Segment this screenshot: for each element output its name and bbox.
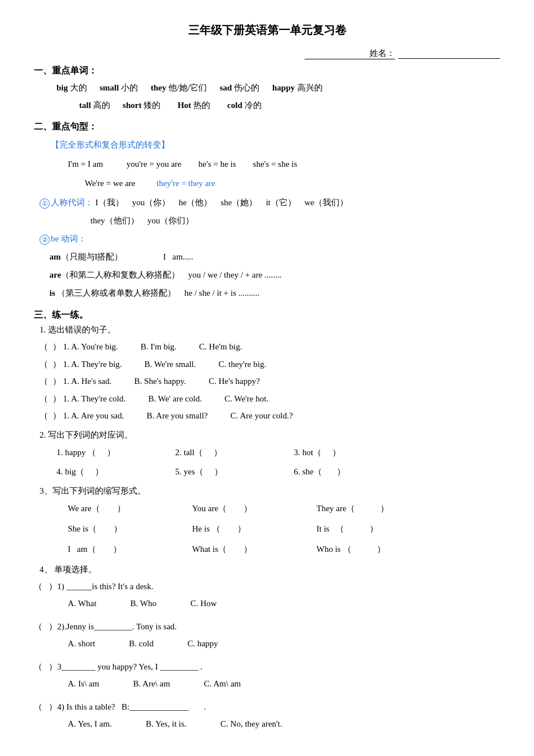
paren5: （ ）: [40, 408, 61, 424]
q4-q4-a: A. Yes, I am.: [68, 716, 112, 732]
vocab-they: they 他/她/它们: [151, 83, 207, 92]
section2-title: 二、重点句型：: [34, 121, 500, 133]
q1-row2: （ ） 1. A. They're big. B. We're small. C…: [40, 356, 500, 373]
contractions-row1: I'm = I am you're = you are he's = he is…: [68, 155, 500, 172]
q3-youare: You are（ ）: [192, 500, 316, 517]
be-title: ②be 动词：: [40, 230, 500, 247]
paren2: （ ）: [40, 356, 61, 373]
vocab-row1: big 大的 small 小的 they 他/她/它们 sad 伤心的 happ…: [57, 80, 500, 96]
section1-title: 一、重点单词：: [34, 65, 500, 77]
q1r4-b: B. We' are cold.: [148, 391, 202, 407]
q2-row2: 4. big（ ） 5. yes（ ） 6. she（ ）: [57, 463, 500, 480]
q3-whois: Who is （ ）: [316, 541, 441, 558]
q4-q2: （ ）2).Jenny is_________. Tony is sad.: [34, 619, 500, 635]
q4-q1-a: A. What: [68, 595, 97, 612]
pronouns-line: ①人称代词： I（我） you（你） he（他） she（她） it（它） we…: [40, 194, 500, 211]
vocab-big: big 大的: [57, 83, 87, 92]
q4-q2-c: C. happy: [188, 636, 218, 652]
q1r5-a: 1. A. Are you sad.: [63, 408, 124, 424]
q4-q4-opts: A. Yes, I am. B. Yes, it is. C. No, they…: [68, 716, 500, 732]
q4-item1: （ ）1) ______is this? It's a desk. A. Wha…: [34, 578, 500, 612]
name-underline: [398, 49, 500, 59]
q4-paren3: （ ）3________ you happy? Yes, I _________…: [34, 659, 202, 675]
q1r4-a: 1. A. They're cold.: [63, 391, 126, 407]
name-line: 姓名：: [34, 48, 500, 59]
q3-itis: It is （ ）: [316, 520, 441, 537]
q4-q1-opts: A. What B. Who C. How: [68, 595, 500, 612]
q2-tall: 2. tall（ ）: [175, 444, 266, 461]
q3-sheis: She is（ ）: [68, 520, 192, 537]
q3-heis: He is （ ）: [192, 520, 316, 537]
q3-row1: We are（ ） You are（ ） They are（ ）: [68, 500, 500, 518]
q2-yes: 5. yes（ ）: [175, 463, 266, 480]
pronouns-line2: they（他们） you（你们）: [90, 212, 500, 229]
paren1: （ ）: [40, 339, 61, 355]
q4-q1: （ ）1) ______is this? It's a desk.: [34, 578, 500, 595]
contractions-title: 【完全形式和复合形式的转变】: [51, 136, 500, 153]
q1r2-b: B. We're small.: [145, 356, 196, 373]
q4-q4-b: B. Yes, it is.: [146, 716, 186, 732]
q2-title: 2. 写出下列词的对应词。: [40, 430, 500, 440]
q4-paren4: （ ）4) Is this a table? B:______________ …: [34, 699, 206, 715]
q4-q1-c: C. How: [190, 595, 217, 612]
q1r5-c: C. Are your cold.?: [231, 408, 293, 424]
circle-1: ①: [40, 198, 50, 209]
q3-theyare: They are（ ）: [316, 500, 441, 517]
q3-row2: She is（ ） He is （ ） It is （ ）: [68, 520, 500, 538]
q3-title: 3、写出下列词的缩写形式。: [40, 486, 500, 496]
name-label: 姓名：: [305, 48, 395, 59]
q3-weare: We are（ ）: [68, 500, 192, 517]
q4-item3: （ ）3________ you happy? Yes, I _________…: [34, 659, 500, 692]
circle-2: ②: [40, 235, 50, 245]
vocab-happy: happy 高兴的: [272, 83, 323, 92]
q1r3-b: B. She's happy.: [134, 373, 186, 390]
q4-q2-a: A. short: [68, 636, 95, 652]
paren3: （ ）: [40, 373, 61, 390]
q2-row1: 1. happy （ ） 2. tall（ ） 3. hot（ ）: [57, 444, 500, 461]
q4-title: 4、 单项选择。: [40, 564, 500, 575]
q3-block: 3、写出下列词的缩写形式。 We are（ ） You are（ ） They …: [34, 486, 500, 559]
vocab-tall: tall 高的: [79, 101, 110, 110]
vocab-small: small 小的: [99, 83, 138, 92]
q1r4-c: C. We're hot.: [224, 391, 268, 407]
q2-hot: 3. hot（ ）: [294, 444, 384, 461]
paren4: （ ）: [40, 391, 61, 407]
q1-choices: （ ） 1. A. You're big. B. I'm big. C. He'…: [34, 339, 500, 424]
q1-row5: （ ） 1. A. Are you sad. B. Are you small?…: [40, 408, 500, 424]
q4-q3-c: C. Am\ am: [204, 676, 241, 692]
q1r2-c: C. they're big.: [219, 356, 266, 373]
q1-row4: （ ） 1. A. They're cold. B. We' are cold.…: [40, 391, 500, 407]
q3-iam: I am（ ）: [68, 541, 192, 558]
q3-row3: I am（ ） What is（ ） Who is （ ）: [68, 541, 500, 559]
q2-big: 4. big（ ）: [57, 463, 147, 480]
q4-q3: （ ）3________ you happy? Yes, I _________…: [34, 659, 500, 675]
q4-q3-opts: A. Is\ am B. Are\ am C. Am\ am: [68, 676, 500, 692]
q1r2-a: 1. A. They're big.: [63, 356, 122, 373]
q1r1-a: 1. A. You're big.: [63, 339, 118, 355]
q4-q3-b: B. Are\ am: [133, 676, 170, 692]
am-line: am（只能与I搭配） I am.....: [45, 248, 500, 265]
contractions-row2: We're = we are they're = they are: [85, 175, 500, 192]
q4-item4: （ ）4) Is this a table? B:______________ …: [34, 699, 500, 732]
q4-q2-opts: A. short B. cold C. happy: [68, 636, 500, 652]
q4-block: 4、 单项选择。 （ ）1) ______is this? It's a des…: [34, 564, 500, 732]
q1-row3: （ ） 1. A. He's sad. B. She's happy. C. H…: [40, 373, 500, 390]
q1r3-a: 1. A. He's sad.: [63, 373, 112, 390]
q4-paren2: （ ）2).Jenny is_________. Tony is sad.: [34, 619, 177, 635]
section3-title: 三、练一练。: [34, 309, 500, 321]
q1r5-b: B. Are you small?: [146, 408, 207, 424]
q1-title: 1. 选出错误的句子。: [40, 325, 500, 335]
q4-q4: （ ）4) Is this a table? B:______________ …: [34, 699, 500, 715]
q3-whatis: What is（ ）: [192, 541, 316, 558]
vocab-sad: sad 伤心的: [220, 83, 259, 92]
q1r1-c: C. He'm big.: [199, 339, 242, 355]
q2-she: 6. she（ ）: [294, 463, 384, 480]
q4-q4-c: C. No, they aren't.: [220, 716, 282, 732]
is-line: is （第三人称或者单数人称搭配） he / she / it + is ...…: [45, 284, 500, 301]
vocab-short: short 矮的: [123, 101, 160, 110]
q1r1-b: B. I'm big.: [141, 339, 177, 355]
q4-q1-b: B. Who: [131, 595, 157, 612]
q1-row1: （ ） 1. A. You're big. B. I'm big. C. He'…: [40, 339, 500, 355]
q4-q2-b: B. cold: [129, 636, 153, 652]
vocab-cold: cold 冷的: [227, 101, 261, 110]
